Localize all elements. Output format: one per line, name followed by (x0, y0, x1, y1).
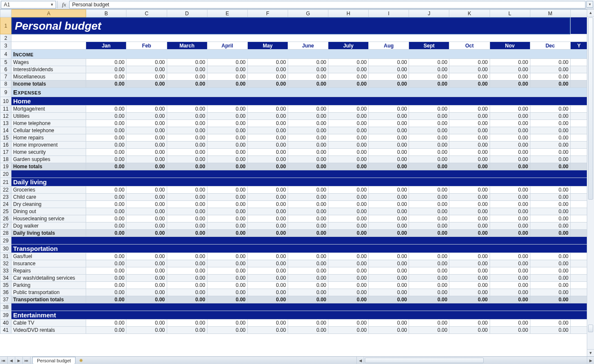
value-cell[interactable]: 0.00 (288, 120, 328, 127)
row-header[interactable]: 1 (0, 17, 11, 34)
value-cell[interactable]: 0.00 (247, 201, 288, 208)
totals-value[interactable]: 0.00 (449, 230, 490, 237)
value-cell[interactable]: 0.00 (247, 289, 288, 296)
value-cell[interactable]: 0.00 (288, 282, 328, 289)
value-cell[interactable]: 0.00 (449, 142, 490, 149)
totals-value[interactable]: 0.00 (126, 163, 167, 170)
value-cell[interactable]: 0.00 (288, 59, 328, 66)
value-cell[interactable]: 0.00 (530, 253, 570, 260)
value-cell[interactable]: 0.00 (369, 222, 409, 230)
cell[interactable] (570, 327, 587, 334)
new-sheet-icon[interactable]: ✸ (77, 357, 85, 364)
value-cell[interactable]: 0.00 (126, 134, 167, 142)
column-header[interactable]: K (449, 10, 490, 17)
totals-value[interactable]: 0.00 (86, 296, 126, 303)
value-cell[interactable]: 0.00 (530, 260, 570, 267)
value-cell[interactable]: 0.00 (247, 149, 288, 156)
row-label[interactable]: Insurance (11, 260, 86, 267)
value-cell[interactable]: 0.00 (328, 194, 369, 201)
value-cell[interactable]: 0.00 (369, 59, 409, 66)
value-cell[interactable]: 0.00 (530, 320, 570, 327)
value-cell[interactable]: 0.00 (530, 127, 570, 134)
horizontal-scrollbar[interactable]: ◀ ▶ (356, 357, 594, 364)
cell[interactable] (570, 113, 587, 120)
row-label[interactable]: Repairs (11, 267, 86, 275)
value-cell[interactable]: 0.00 (288, 208, 328, 215)
row-header[interactable]: 15 (0, 134, 11, 142)
row-label[interactable]: Housecleaning service (11, 215, 86, 222)
spacer-row[interactable] (11, 303, 587, 311)
value-cell[interactable]: 0.00 (247, 113, 288, 120)
value-cell[interactable]: 0.00 (126, 275, 167, 282)
cell[interactable] (570, 222, 587, 230)
spacer-row[interactable] (11, 170, 587, 178)
value-cell[interactable]: 0.00 (167, 120, 207, 127)
column-header[interactable] (0, 10, 11, 17)
value-cell[interactable]: 0.00 (409, 194, 449, 201)
totals-value[interactable]: 0.00 (369, 81, 409, 88)
totals-value[interactable]: 0.00 (167, 81, 207, 88)
totals-value[interactable]: 0.00 (409, 163, 449, 170)
section-header[interactable]: Income (11, 50, 587, 59)
column-header[interactable]: H (328, 10, 369, 17)
value-cell[interactable]: 0.00 (86, 267, 126, 275)
totals-value[interactable]: 0.00 (167, 163, 207, 170)
value-cell[interactable]: 0.00 (126, 127, 167, 134)
month-header[interactable]: Aug (369, 42, 409, 50)
value-cell[interactable]: 0.00 (288, 127, 328, 134)
value-cell[interactable]: 0.00 (530, 73, 570, 81)
month-header[interactable]: Feb (126, 42, 167, 50)
cell[interactable] (570, 73, 587, 81)
value-cell[interactable]: 0.00 (449, 134, 490, 142)
value-cell[interactable]: 0.00 (328, 120, 369, 127)
group-header[interactable]: Home (11, 97, 587, 106)
cell[interactable] (11, 34, 587, 42)
value-cell[interactable]: 0.00 (490, 208, 530, 215)
value-cell[interactable]: 0.00 (167, 59, 207, 66)
totals-value[interactable]: 0.00 (207, 81, 247, 88)
value-cell[interactable]: 0.00 (207, 194, 247, 201)
value-cell[interactable]: 0.00 (490, 194, 530, 201)
value-cell[interactable]: 0.00 (167, 267, 207, 275)
value-cell[interactable]: 0.00 (490, 134, 530, 142)
value-cell[interactable]: 0.00 (207, 222, 247, 230)
value-cell[interactable]: 0.00 (126, 149, 167, 156)
column-header[interactable]: E (207, 10, 247, 17)
value-cell[interactable]: 0.00 (207, 260, 247, 267)
value-cell[interactable]: 0.00 (490, 156, 530, 163)
value-cell[interactable]: 0.00 (86, 127, 126, 134)
value-cell[interactable]: 0.00 (409, 320, 449, 327)
value-cell[interactable]: 0.00 (490, 327, 530, 334)
value-cell[interactable]: 0.00 (409, 149, 449, 156)
cell[interactable] (570, 201, 587, 208)
row-header[interactable]: 29 (0, 237, 11, 245)
value-cell[interactable]: 0.00 (86, 113, 126, 120)
value-cell[interactable]: 0.00 (490, 149, 530, 156)
month-header[interactable]: June (288, 42, 328, 50)
value-cell[interactable]: 0.00 (369, 106, 409, 113)
value-cell[interactable]: 0.00 (328, 215, 369, 222)
tab-prev-icon[interactable]: ◀ (8, 357, 15, 364)
value-cell[interactable]: 0.00 (449, 113, 490, 120)
value-cell[interactable]: 0.00 (288, 275, 328, 282)
value-cell[interactable]: 0.00 (207, 275, 247, 282)
dropdown-icon[interactable]: ▼ (50, 3, 54, 7)
value-cell[interactable]: 0.00 (126, 113, 167, 120)
value-cell[interactable]: 0.00 (86, 73, 126, 81)
value-cell[interactable]: 0.00 (207, 215, 247, 222)
value-cell[interactable]: 0.00 (247, 215, 288, 222)
value-cell[interactable]: 0.00 (449, 327, 490, 334)
tab-first-icon[interactable]: ⏮ (0, 357, 8, 364)
value-cell[interactable]: 0.00 (369, 282, 409, 289)
grid[interactable]: ABCDEFGHIJKLM1Personal budget23JanFebMar… (0, 9, 587, 356)
value-cell[interactable]: 0.00 (369, 275, 409, 282)
row-header[interactable]: 10 (0, 97, 11, 106)
row-header[interactable]: 36 (0, 289, 11, 296)
value-cell[interactable]: 0.00 (530, 282, 570, 289)
value-cell[interactable]: 0.00 (288, 73, 328, 81)
row-header[interactable]: 6 (0, 66, 11, 73)
value-cell[interactable]: 0.00 (409, 127, 449, 134)
column-header[interactable]: L (490, 10, 530, 17)
totals-value[interactable]: 0.00 (328, 81, 369, 88)
value-cell[interactable]: 0.00 (247, 282, 288, 289)
